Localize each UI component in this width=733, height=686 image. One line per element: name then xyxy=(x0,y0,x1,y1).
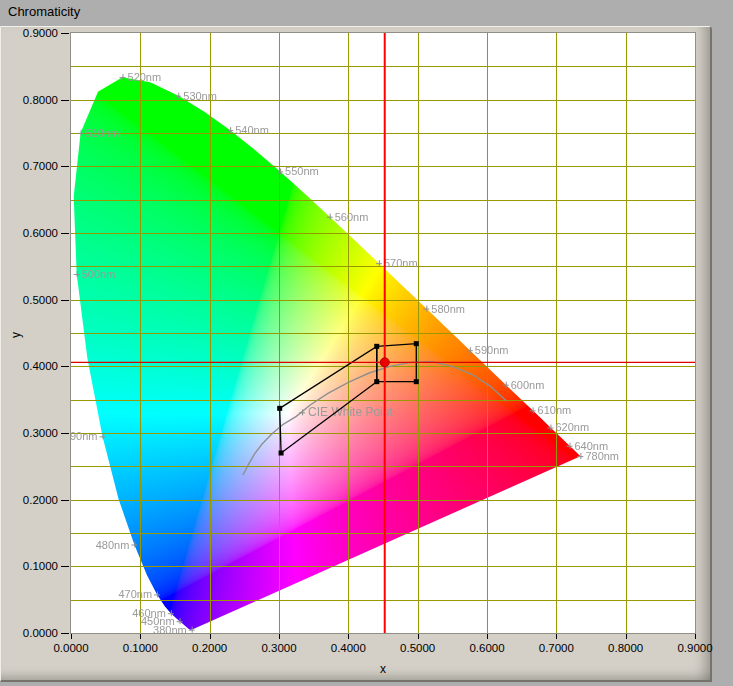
y-tick-mark xyxy=(61,566,69,567)
x-tick-label: 0.3000 xyxy=(247,641,311,655)
y-tick-label: 0.6000 xyxy=(0,226,58,240)
y-tick-mark xyxy=(61,33,69,34)
y-tick-label: 0.8000 xyxy=(0,93,58,107)
y-tick-mark xyxy=(61,300,69,301)
x-tick-mark xyxy=(71,634,72,639)
chromaticity-window: Chromaticity 0.00000.10000.20000.30000.4… xyxy=(0,0,733,686)
x-tick-mark xyxy=(210,634,211,639)
x-tick-mark xyxy=(487,634,488,639)
y-tick-label: 0.5000 xyxy=(0,293,58,307)
y-tick-mark xyxy=(61,433,69,434)
y-tick-mark xyxy=(61,100,69,101)
y-tick-mark xyxy=(61,366,69,367)
x-tick-label: 0.6000 xyxy=(455,641,519,655)
y-tick-mark xyxy=(61,233,69,234)
x-tick-mark xyxy=(418,634,419,639)
x-tick-mark xyxy=(695,634,696,639)
y-tick-label: 0.3000 xyxy=(0,426,58,440)
x-tick-mark xyxy=(626,634,627,639)
x-tick-mark xyxy=(556,634,557,639)
y-tick-label: 0.2000 xyxy=(0,493,58,507)
x-tick-label: 0.1000 xyxy=(108,641,172,655)
window-title: Chromaticity xyxy=(8,4,80,19)
x-tick-label: 0.8000 xyxy=(594,641,658,655)
x-tick-label: 0.4000 xyxy=(316,641,380,655)
x-axis-title: x xyxy=(353,662,413,676)
x-tick-label: 0.2000 xyxy=(178,641,242,655)
y-tick-label: 0.0000 xyxy=(0,626,58,640)
x-tick-label: 0.7000 xyxy=(524,641,588,655)
plot-frame xyxy=(70,32,696,634)
x-tick-mark xyxy=(279,634,280,639)
x-tick-mark xyxy=(348,634,349,639)
y-tick-mark xyxy=(61,166,69,167)
chromaticity-canvas[interactable] xyxy=(71,33,695,633)
y-axis-title: y xyxy=(9,327,23,343)
x-tick-label: 0.5000 xyxy=(386,641,450,655)
y-tick-label: 0.4000 xyxy=(0,359,58,373)
x-tick-mark xyxy=(140,634,141,639)
y-tick-mark xyxy=(61,633,69,634)
x-tick-label: 0.0000 xyxy=(39,641,103,655)
y-tick-label: 0.1000 xyxy=(0,559,58,573)
y-tick-label: 0.9000 xyxy=(0,26,58,40)
y-tick-label: 0.7000 xyxy=(0,159,58,173)
y-tick-mark xyxy=(61,500,69,501)
x-tick-label: 0.9000 xyxy=(663,641,727,655)
